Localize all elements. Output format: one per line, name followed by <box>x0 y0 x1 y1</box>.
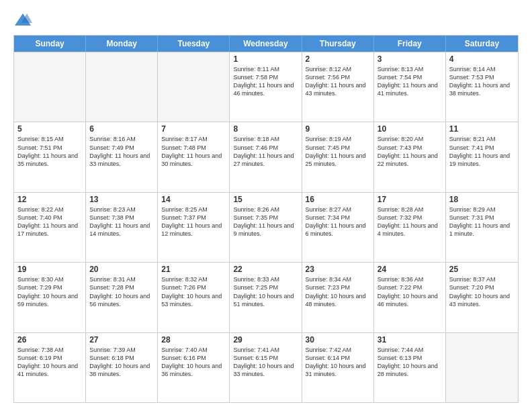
day-number: 20 <box>89 265 154 274</box>
day-number: 12 <box>17 195 82 204</box>
calendar-cell: 21Sunrise: 8:32 AM Sunset: 7:26 PM Dayli… <box>158 263 230 332</box>
cell-info: Sunrise: 8:28 AM Sunset: 7:32 PM Dayligh… <box>378 205 442 238</box>
day-number: 22 <box>233 265 298 274</box>
col-header-wednesday: Wednesday <box>230 36 302 52</box>
day-number: 7 <box>161 124 226 134</box>
day-number: 18 <box>449 195 515 204</box>
cell-info: Sunrise: 8:16 AM Sunset: 7:49 PM Dayligh… <box>89 135 154 168</box>
calendar-cell <box>14 52 86 122</box>
cell-info: Sunrise: 8:19 AM Sunset: 7:45 PM Dayligh… <box>306 135 370 168</box>
cell-info: Sunrise: 7:41 AM Sunset: 6:15 PM Dayligh… <box>233 346 298 379</box>
cell-info: Sunrise: 8:21 AM Sunset: 7:41 PM Dayligh… <box>449 135 515 168</box>
cell-info: Sunrise: 7:38 AM Sunset: 6:19 PM Dayligh… <box>17 346 82 379</box>
week-row-4: 26Sunrise: 7:38 AM Sunset: 6:19 PM Dayli… <box>14 332 518 402</box>
header <box>13 11 519 30</box>
calendar-cell: 3Sunrise: 8:13 AM Sunset: 7:54 PM Daylig… <box>374 52 446 122</box>
day-number: 26 <box>17 335 82 345</box>
day-number: 31 <box>378 335 442 345</box>
cell-info: Sunrise: 7:42 AM Sunset: 6:14 PM Dayligh… <box>306 346 370 379</box>
cell-info: Sunrise: 8:15 AM Sunset: 7:51 PM Dayligh… <box>17 135 82 168</box>
day-number: 4 <box>449 54 515 64</box>
cell-info: Sunrise: 8:29 AM Sunset: 7:31 PM Dayligh… <box>449 205 515 238</box>
cell-info: Sunrise: 7:44 AM Sunset: 6:13 PM Dayligh… <box>378 346 442 379</box>
calendar-cell: 17Sunrise: 8:28 AM Sunset: 7:32 PM Dayli… <box>374 193 446 262</box>
calendar-cell: 12Sunrise: 8:22 AM Sunset: 7:40 PM Dayli… <box>14 193 86 262</box>
calendar-cell: 9Sunrise: 8:19 AM Sunset: 7:45 PM Daylig… <box>302 122 374 191</box>
day-number: 16 <box>306 195 370 204</box>
week-row-1: 5Sunrise: 8:15 AM Sunset: 7:51 PM Daylig… <box>14 122 518 191</box>
cell-info: Sunrise: 7:39 AM Sunset: 6:18 PM Dayligh… <box>89 346 154 379</box>
day-number: 8 <box>233 124 298 134</box>
calendar-cell: 16Sunrise: 8:27 AM Sunset: 7:34 PM Dayli… <box>302 193 374 262</box>
day-number: 13 <box>89 195 154 204</box>
calendar-cell: 22Sunrise: 8:33 AM Sunset: 7:25 PM Dayli… <box>230 263 302 332</box>
day-number: 24 <box>378 265 442 274</box>
cell-info: Sunrise: 8:33 AM Sunset: 7:25 PM Dayligh… <box>233 275 298 308</box>
calendar-body: 1Sunrise: 8:11 AM Sunset: 7:58 PM Daylig… <box>14 52 518 402</box>
calendar-cell: 19Sunrise: 8:30 AM Sunset: 7:29 PM Dayli… <box>14 263 86 332</box>
cell-info: Sunrise: 8:14 AM Sunset: 7:53 PM Dayligh… <box>449 65 515 98</box>
calendar-cell: 1Sunrise: 8:11 AM Sunset: 7:58 PM Daylig… <box>230 52 302 122</box>
day-number: 21 <box>161 265 226 274</box>
calendar-cell <box>158 52 230 122</box>
day-number: 17 <box>378 195 442 204</box>
calendar-header-row: SundayMondayTuesdayWednesdayThursdayFrid… <box>14 36 518 52</box>
day-number: 10 <box>378 124 442 134</box>
calendar-cell: 4Sunrise: 8:14 AM Sunset: 7:53 PM Daylig… <box>446 52 518 122</box>
week-row-0: 1Sunrise: 8:11 AM Sunset: 7:58 PM Daylig… <box>14 52 518 122</box>
calendar: SundayMondayTuesdayWednesdayThursdayFrid… <box>13 35 519 403</box>
cell-info: Sunrise: 8:20 AM Sunset: 7:43 PM Dayligh… <box>378 135 442 168</box>
cell-info: Sunrise: 8:17 AM Sunset: 7:48 PM Dayligh… <box>161 135 226 168</box>
calendar-cell: 14Sunrise: 8:25 AM Sunset: 7:37 PM Dayli… <box>158 193 230 262</box>
cell-info: Sunrise: 8:18 AM Sunset: 7:46 PM Dayligh… <box>233 135 298 168</box>
week-row-2: 12Sunrise: 8:22 AM Sunset: 7:40 PM Dayli… <box>14 192 518 262</box>
calendar-cell: 20Sunrise: 8:31 AM Sunset: 7:28 PM Dayli… <box>86 263 158 332</box>
cell-info: Sunrise: 8:30 AM Sunset: 7:29 PM Dayligh… <box>17 275 82 308</box>
day-number: 2 <box>306 54 370 64</box>
cell-info: Sunrise: 8:11 AM Sunset: 7:58 PM Dayligh… <box>233 65 298 98</box>
col-header-tuesday: Tuesday <box>158 36 230 52</box>
calendar-cell: 29Sunrise: 7:41 AM Sunset: 6:15 PM Dayli… <box>230 333 302 402</box>
cell-info: Sunrise: 8:13 AM Sunset: 7:54 PM Dayligh… <box>378 65 442 98</box>
day-number: 19 <box>17 265 82 274</box>
calendar-cell: 28Sunrise: 7:40 AM Sunset: 6:16 PM Dayli… <box>158 333 230 402</box>
col-header-monday: Monday <box>86 36 158 52</box>
day-number: 14 <box>161 195 226 204</box>
day-number: 27 <box>89 335 154 345</box>
calendar-cell: 18Sunrise: 8:29 AM Sunset: 7:31 PM Dayli… <box>446 193 518 262</box>
calendar-cell: 5Sunrise: 8:15 AM Sunset: 7:51 PM Daylig… <box>14 122 86 191</box>
day-number: 5 <box>17 124 82 134</box>
day-number: 1 <box>233 54 298 64</box>
cell-info: Sunrise: 8:34 AM Sunset: 7:23 PM Dayligh… <box>306 275 370 308</box>
page: SundayMondayTuesdayWednesdayThursdayFrid… <box>0 0 532 411</box>
day-number: 25 <box>449 265 515 274</box>
calendar-cell: 2Sunrise: 8:12 AM Sunset: 7:56 PM Daylig… <box>302 52 374 122</box>
day-number: 23 <box>306 265 370 274</box>
cell-info: Sunrise: 8:23 AM Sunset: 7:38 PM Dayligh… <box>89 205 154 238</box>
calendar-cell: 27Sunrise: 7:39 AM Sunset: 6:18 PM Dayli… <box>86 333 158 402</box>
day-number: 28 <box>161 335 226 345</box>
calendar-cell: 11Sunrise: 8:21 AM Sunset: 7:41 PM Dayli… <box>446 122 518 191</box>
logo-icon <box>13 11 32 30</box>
cell-info: Sunrise: 8:26 AM Sunset: 7:35 PM Dayligh… <box>233 205 298 238</box>
cell-info: Sunrise: 8:32 AM Sunset: 7:26 PM Dayligh… <box>161 275 226 308</box>
day-number: 15 <box>233 195 298 204</box>
cell-info: Sunrise: 8:27 AM Sunset: 7:34 PM Dayligh… <box>306 205 370 238</box>
calendar-cell: 7Sunrise: 8:17 AM Sunset: 7:48 PM Daylig… <box>158 122 230 191</box>
col-header-sunday: Sunday <box>14 36 86 52</box>
cell-info: Sunrise: 8:12 AM Sunset: 7:56 PM Dayligh… <box>306 65 370 98</box>
col-header-thursday: Thursday <box>302 36 374 52</box>
cell-info: Sunrise: 8:31 AM Sunset: 7:28 PM Dayligh… <box>89 275 154 308</box>
calendar-cell <box>446 333 518 402</box>
calendar-cell: 31Sunrise: 7:44 AM Sunset: 6:13 PM Dayli… <box>374 333 446 402</box>
day-number: 30 <box>306 335 370 345</box>
calendar-cell: 15Sunrise: 8:26 AM Sunset: 7:35 PM Dayli… <box>230 193 302 262</box>
day-number: 29 <box>233 335 298 345</box>
logo <box>13 11 35 30</box>
col-header-friday: Friday <box>374 36 446 52</box>
calendar-cell: 6Sunrise: 8:16 AM Sunset: 7:49 PM Daylig… <box>86 122 158 191</box>
col-header-saturday: Saturday <box>446 36 518 52</box>
day-number: 9 <box>306 124 370 134</box>
cell-info: Sunrise: 8:25 AM Sunset: 7:37 PM Dayligh… <box>161 205 226 238</box>
day-number: 11 <box>449 124 515 134</box>
